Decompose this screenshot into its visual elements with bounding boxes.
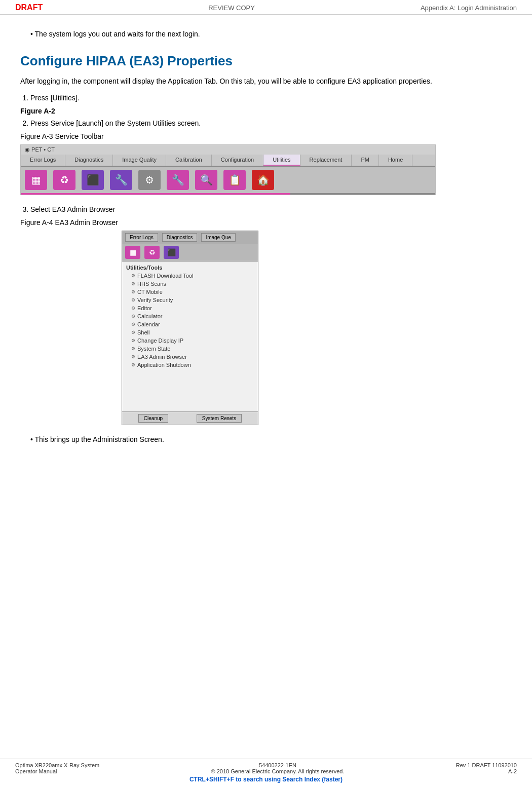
- review-copy-label: REVIEW COPY: [208, 4, 255, 12]
- footer-left: Optima XR220amx X-Ray System Operator Ma…: [15, 762, 99, 774]
- intro-bullet: • The system logs you out and waits for …: [30, 30, 512, 38]
- step-2: Press Service [Launch] on the System Uti…: [30, 119, 512, 127]
- figure-a2-label: Figure A-2: [20, 107, 512, 115]
- intro-text: The system logs you out and waits for th…: [35, 30, 200, 38]
- cleanup-button[interactable]: Cleanup: [138, 414, 168, 423]
- ab-section-utilities: Utilities/Tools: [122, 264, 258, 272]
- ab-tabs-bar: Error Logs Diagnostics Image Que: [122, 231, 258, 244]
- ab-footer: Cleanup System Resets: [122, 411, 258, 425]
- conclusion-bullet: • This brings up the Administration Scre…: [30, 435, 512, 443]
- figure-a4-caption: EA3 Admin Browser: [55, 218, 118, 227]
- toolbar-icon-6[interactable]: 🔧: [167, 170, 189, 190]
- ab-item-flash[interactable]: FLASH Download Tool: [122, 272, 258, 280]
- figure-a4-label: Figure A-4 EA3 Admin Browser: [20, 218, 512, 227]
- ab-item-calculator[interactable]: Calculator: [122, 312, 258, 320]
- bullet-icon: •: [30, 30, 35, 38]
- ab-item-ea3-admin-browser[interactable]: EA3 Admin Browser: [122, 353, 258, 361]
- toolbar-tabs-row: Error Logs Diagnostics Image Quality Cal…: [21, 155, 435, 167]
- ab-item-change-display-ip[interactable]: Change Display IP: [122, 336, 258, 345]
- tab-home[interactable]: Home: [379, 155, 412, 166]
- ab-item-verify-security[interactable]: Verify Security: [122, 296, 258, 304]
- ab-item-ct-mobile[interactable]: CT Mobile: [122, 288, 258, 296]
- figure-a3-label: Figure A-3 Service Toolbar: [20, 132, 512, 140]
- conclusion-text: This brings up the Administration Screen…: [35, 435, 164, 443]
- ab-icon-1[interactable]: ▦: [125, 246, 140, 259]
- ab-item-shell[interactable]: Shell: [122, 328, 258, 336]
- footer-main: Optima XR220amx X-Ray System Operator Ma…: [15, 762, 517, 774]
- footer-search-hint: CTRL+SHIFT+F to search using Search Inde…: [15, 776, 517, 783]
- toolbar-bottom-line: [21, 193, 435, 195]
- tab-diagnostics[interactable]: Diagnostics: [65, 155, 113, 166]
- ab-menu-area: Utilities/Tools FLASH Download Tool HHS …: [122, 261, 258, 371]
- ab-item-system-state[interactable]: System State: [122, 345, 258, 353]
- ab-item-editor[interactable]: Editor: [122, 304, 258, 312]
- footer-page-number: A-2: [456, 768, 517, 774]
- toolbar-icon-9[interactable]: 🏠: [252, 170, 274, 190]
- ab-spacer: [122, 371, 258, 411]
- footer-doc-number: 54400222-1EN: [211, 762, 345, 768]
- tab-calibration[interactable]: Calibration: [166, 155, 212, 166]
- toolbar-icon-7[interactable]: 🔍: [195, 170, 217, 190]
- draft-label: DRAFT: [15, 3, 43, 12]
- admin-browser-figure: Error Logs Diagnostics Image Que ▦ ♻ ⬛ U…: [122, 231, 258, 425]
- toolbar-icon-5[interactable]: ⚙: [138, 170, 161, 190]
- petct-label: ◉ PET • CT: [21, 145, 435, 155]
- appendix-title: Appendix A: Login Administration: [421, 4, 517, 12]
- main-content: • The system logs you out and waits for …: [0, 15, 532, 464]
- footer-manual-label: Operator Manual: [15, 768, 99, 774]
- figure-a3-caption: Service Toolbar: [55, 132, 103, 140]
- toolbar-icon-1[interactable]: ▦: [25, 170, 47, 190]
- footer-right: Rev 1 DRAFT 11092010 A-2: [456, 762, 517, 774]
- ab-item-hhs[interactable]: HHS Scans: [122, 280, 258, 288]
- footer-product-name: Optima XR220amx X-Ray System: [15, 762, 99, 768]
- ab-tab-error-logs[interactable]: Error Logs: [125, 233, 158, 242]
- tab-error-logs[interactable]: Error Logs: [21, 155, 65, 166]
- tab-image-quality[interactable]: Image Quality: [113, 155, 166, 166]
- system-resets-button[interactable]: System Resets: [197, 414, 242, 423]
- footer-rev-label: Rev 1 DRAFT 11092010: [456, 762, 517, 768]
- tab-configuration[interactable]: Configuration: [212, 155, 263, 166]
- ab-item-calendar[interactable]: Calendar: [122, 320, 258, 328]
- section-title: Configure HIPAA (EA3) Properties: [20, 53, 512, 69]
- toolbar-icon-2[interactable]: ♻: [53, 170, 75, 190]
- ab-item-application-shutdown[interactable]: Application Shutdown: [122, 361, 258, 369]
- footer-center: 54400222-1EN © 2010 General Electric Com…: [211, 762, 345, 774]
- tab-replacement[interactable]: Replacement: [300, 155, 352, 166]
- ab-icons-row: ▦ ♻ ⬛: [122, 244, 258, 261]
- section-description: After logging in, the component will dis…: [20, 76, 512, 87]
- tab-pm[interactable]: PM: [352, 155, 379, 166]
- step-3: Select EA3 Admin Browser: [30, 205, 512, 213]
- page-header: DRAFT REVIEW COPY Appendix A: Login Admi…: [0, 0, 532, 15]
- step-1: Press [Utilities].: [30, 94, 512, 102]
- ab-tab-diagnostics[interactable]: Diagnostics: [162, 233, 198, 242]
- ab-tab-image-que[interactable]: Image Que: [201, 233, 235, 242]
- footer-copyright: © 2010 General Electric Company. All rig…: [211, 768, 345, 774]
- toolbar-icon-4[interactable]: 🔧: [110, 170, 132, 190]
- ab-icon-3[interactable]: ⬛: [164, 246, 179, 259]
- tab-utilities[interactable]: Utilities: [263, 155, 300, 166]
- page-footer: Optima XR220amx X-Ray System Operator Ma…: [0, 759, 532, 786]
- bullet-icon-2: •: [30, 435, 35, 443]
- toolbar-icon-3[interactable]: ⬛: [82, 170, 104, 190]
- ab-icon-2[interactable]: ♻: [144, 246, 160, 259]
- toolbar-icons: ▦ ♻ ⬛ 🔧 ⚙ 🔧 🔍 📋 🏠: [21, 167, 435, 193]
- toolbar-figure: ◉ PET • CT Error Logs Diagnostics Image …: [20, 144, 436, 195]
- toolbar-icon-8[interactable]: 📋: [223, 170, 246, 190]
